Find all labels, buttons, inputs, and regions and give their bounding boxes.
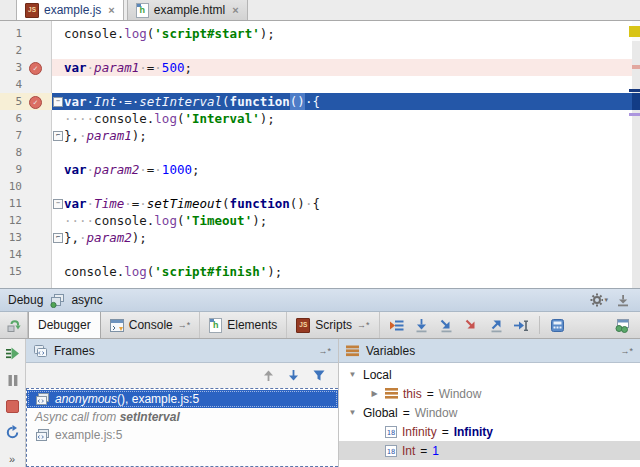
line-number: 15 xyxy=(0,263,26,280)
code-token: Time xyxy=(94,195,124,212)
editor-tab-example.html[interactable]: hexample.html× xyxy=(127,0,248,20)
stack-frame-row[interactable]: example.js:5 xyxy=(27,426,338,444)
gutter-cell[interactable]: 6 xyxy=(0,110,52,127)
code-token: function xyxy=(230,93,290,110)
close-icon[interactable]: × xyxy=(108,4,114,16)
gutter-cell[interactable]: 7 xyxy=(0,127,52,144)
variable-row-Local[interactable]: ▼Local xyxy=(339,365,640,384)
gutter-cell[interactable]: 1 xyxy=(0,25,52,42)
step-into-icon[interactable] xyxy=(435,314,458,337)
code-token: var xyxy=(64,59,87,76)
code-token: · xyxy=(305,93,313,110)
gutter-cell[interactable]: 9 xyxy=(0,161,52,178)
evaluate-expression-icon[interactable] xyxy=(546,314,569,337)
step-over-icon[interactable] xyxy=(410,314,433,337)
gutter-cell[interactable]: 8 xyxy=(0,144,52,161)
stripe-execution-line-marker[interactable] xyxy=(632,93,640,110)
stack-frame-row[interactable]: anonymous(), example.js:5 xyxy=(27,390,338,408)
gutter-cell[interactable]: 13 xyxy=(0,229,52,246)
scrollbar-error-stripe[interactable] xyxy=(632,21,640,288)
chevron-down-icon[interactable]: ▼ xyxy=(347,370,358,379)
gutter-cell[interactable]: 3✓ xyxy=(0,59,52,76)
variable-row-Int[interactable]: 18Int=1 xyxy=(339,441,640,460)
hide-panel-icon[interactable] xyxy=(614,291,632,309)
scrollbar-track[interactable] xyxy=(632,41,640,288)
stripe-breakpoint-line-marker[interactable] xyxy=(632,65,640,69)
gutter-cell[interactable]: 5✓ xyxy=(0,93,52,110)
fold-marker-start[interactable]: − xyxy=(53,97,63,107)
chevron-right-icon[interactable]: ▶ xyxy=(369,389,380,398)
debug-tab-debugger[interactable]: Debugger xyxy=(28,312,101,338)
gutter-cell[interactable]: 11 xyxy=(0,195,52,212)
code-line-3[interactable]: 3✓var·param1·=·500; xyxy=(0,59,632,76)
gutter-cell[interactable]: 10 xyxy=(0,178,52,195)
close-icon[interactable]: × xyxy=(232,4,238,16)
fold-marker-end[interactable]: ⌐ xyxy=(53,233,63,243)
run-to-cursor-icon[interactable] xyxy=(510,314,533,337)
down-arrow-icon[interactable] xyxy=(287,369,300,382)
variable-row-this[interactable]: ▶this=Window xyxy=(339,384,640,403)
variables-tree[interactable]: ▼Local▶this=Window▼Global=Window18Infini… xyxy=(339,363,640,467)
code-token: · xyxy=(305,195,313,212)
rerun-session-icon[interactable] xyxy=(0,312,28,338)
fold-marker-end[interactable]: ⌐ xyxy=(53,131,63,141)
code-line-9[interactable]: 9var·param2·=·1000; xyxy=(0,161,632,178)
debug-tab-scripts[interactable]: JSScripts→* xyxy=(287,312,379,338)
editor-tab-example.js[interactable]: JSexample.js× xyxy=(16,0,124,20)
gutter-cell[interactable]: 12 xyxy=(0,212,52,229)
code-line-13[interactable]: 13⌐},·param2); xyxy=(0,229,632,246)
code-line-11[interactable]: 11−var·Time·=·setTimeout(function()·{ xyxy=(0,195,632,212)
code-line-8[interactable]: 8 xyxy=(0,144,632,161)
stop-icon[interactable] xyxy=(5,399,21,414)
breakpoint-icon[interactable]: ✓ xyxy=(29,96,42,109)
gutter-cell[interactable]: 15 xyxy=(0,263,52,280)
pause-icon[interactable] xyxy=(5,372,21,387)
code-token: log xyxy=(154,212,177,229)
force-step-into-icon[interactable] xyxy=(460,314,483,337)
primitive-value-icon: 18 xyxy=(385,426,397,438)
code-line-15[interactable]: 15console.log('script#finish'); xyxy=(0,263,632,280)
code-line-10[interactable]: 10 xyxy=(0,178,632,195)
up-arrow-icon[interactable] xyxy=(262,369,275,382)
show-execution-point-icon[interactable] xyxy=(385,314,408,337)
stripe-execution-marker[interactable] xyxy=(629,89,640,92)
debug-tab-console[interactable]: Console→* xyxy=(101,312,201,338)
resume-icon[interactable] xyxy=(5,346,21,361)
debug-tab-label: Scripts xyxy=(315,318,352,332)
code-line-1[interactable]: 1console.log('script#start'); xyxy=(0,25,632,42)
inspection-status-marker[interactable] xyxy=(629,26,640,37)
gutter-cell[interactable]: 2 xyxy=(0,42,52,59)
code-line-7[interactable]: 7⌐},·param1); xyxy=(0,127,632,144)
code-line-4[interactable]: 4 xyxy=(0,76,632,93)
filter-icon[interactable] xyxy=(312,369,326,382)
debug-tab-elements[interactable]: hElements xyxy=(200,312,287,338)
variable-row-Global[interactable]: ▼Global=Window xyxy=(339,403,640,422)
code-line-6[interactable]: 6····console.log('Interval'); xyxy=(0,110,632,127)
code-line-5[interactable]: 5✓−var·Int·=·setInterval(function()·{ xyxy=(0,93,632,110)
breakpoint-icon[interactable]: ✓ xyxy=(29,62,42,75)
gear-icon[interactable]: ▾ xyxy=(590,291,608,309)
code-token: ( xyxy=(177,212,185,229)
gutter-cell[interactable]: 14 xyxy=(0,246,52,263)
stack-frame-icon xyxy=(36,429,49,441)
line-number: 2 xyxy=(0,42,26,59)
more-chevrons-icon[interactable]: » xyxy=(5,452,21,467)
code-line-2[interactable]: 2 xyxy=(0,42,632,59)
code-editor[interactable]: 1console.log('script#start');23✓var·para… xyxy=(0,21,640,288)
step-out-icon[interactable] xyxy=(485,314,508,337)
fold-marker-start[interactable]: − xyxy=(53,199,63,209)
chevron-down-icon[interactable]: ▼ xyxy=(347,408,358,417)
code-token: = xyxy=(147,161,155,178)
code-token: param1 xyxy=(94,59,139,76)
stripe-highlight-marker[interactable] xyxy=(629,113,640,116)
code-token: · xyxy=(124,195,132,212)
variable-name: Infinity xyxy=(402,425,437,439)
code-line-14[interactable]: 14 xyxy=(0,246,632,263)
gutter-cell[interactable]: 4 xyxy=(0,76,52,93)
code-line-12[interactable]: 12····console.log('Timeout'); xyxy=(0,212,632,229)
rerun-icon[interactable] xyxy=(5,425,21,440)
view-breakpoints-icon[interactable] xyxy=(608,312,636,338)
debug-left-toolbar: » xyxy=(0,339,26,467)
variable-row-Infinity[interactable]: 18Infinity=Infinity xyxy=(339,422,640,441)
frames-list[interactable]: anonymous(), example.js:5Async call from… xyxy=(26,388,338,467)
